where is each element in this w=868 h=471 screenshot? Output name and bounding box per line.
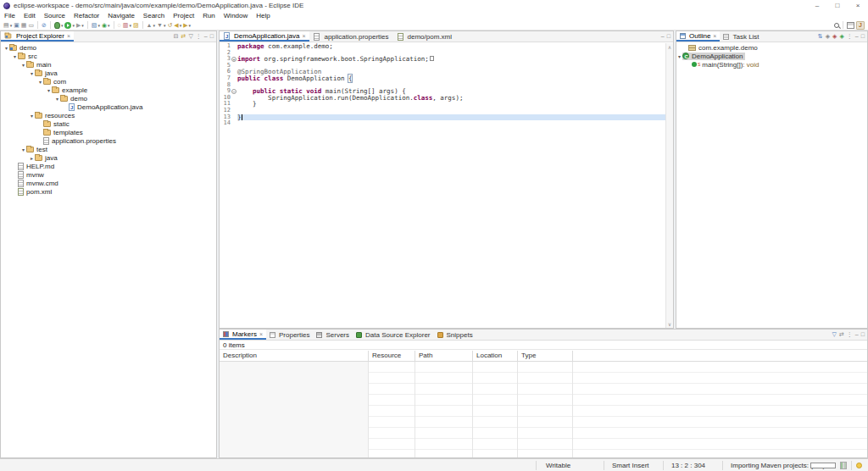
next-annotation-button[interactable]: ▼▾: [156, 20, 166, 30]
collapse-all-icon[interactable]: ⊟: [174, 31, 179, 42]
code-line-10[interactable]: 10 SpringApplication.run(DemoApplication…: [220, 95, 673, 102]
tree-item-main[interactable]: ▾main: [1, 60, 216, 69]
editor-tab-pom-xml[interactable]: demo/pom.xml: [393, 31, 456, 42]
tree-item-mvnw[interactable]: mvnw: [1, 170, 216, 179]
column-header-type[interactable]: Type: [518, 351, 573, 361]
back-button[interactable]: ◀▾: [173, 20, 182, 30]
chevron-down-icon[interactable]: ▾: [20, 147, 26, 152]
close-icon[interactable]: ×: [713, 33, 716, 39]
coverage-button[interactable]: ▥▾: [122, 20, 132, 30]
hide-fields-icon[interactable]: ◈: [826, 31, 830, 42]
hide-non-public-icon[interactable]: ◈: [839, 31, 843, 42]
tab-data-source-explorer[interactable]: Data Source Explorer: [353, 330, 433, 340]
close-button[interactable]: ×: [848, 0, 868, 11]
link-with-editor-icon[interactable]: ⇄: [181, 31, 186, 42]
save-all-button[interactable]: ▦: [20, 20, 28, 30]
fold-expand-icon[interactable]: +: [231, 57, 236, 62]
minimize-view-icon[interactable]: –: [855, 31, 859, 42]
chevron-down-icon[interactable]: ▾: [3, 45, 9, 51]
column-header-location[interactable]: Location: [473, 351, 518, 361]
tree-item-demo[interactable]: ▾demo: [1, 43, 216, 52]
run-external-tools-button[interactable]: ▶▾: [75, 20, 85, 30]
link-with-editor-icon[interactable]: ⇄: [839, 330, 844, 340]
notification-icon[interactable]: [856, 463, 862, 468]
tab-markers[interactable]: Markers×: [220, 330, 266, 340]
tree-item-test[interactable]: ▾test: [1, 145, 216, 153]
new-java-class-button[interactable]: ◉▾: [101, 20, 111, 30]
scroll-up-icon[interactable]: ∧: [666, 44, 673, 50]
chevron-down-icon[interactable]: ▾: [12, 53, 18, 59]
chevron-down-icon[interactable]: ▾: [29, 70, 35, 76]
outline-item-class[interactable]: ▾ DemoApplication: [676, 52, 867, 60]
view-menu-icon[interactable]: ⋮: [847, 31, 853, 42]
tab-servers[interactable]: Servers: [313, 330, 353, 340]
scroll-down-icon[interactable]: ∨: [666, 321, 673, 327]
chevron-right-icon[interactable]: ▸: [29, 155, 35, 161]
status-progress-bar[interactable]: [810, 463, 836, 468]
tree-item-example[interactable]: ▾example: [1, 86, 216, 94]
save-button[interactable]: ▣: [13, 20, 20, 30]
menu-project[interactable]: Project: [169, 11, 198, 20]
editor-scrollbar[interactable]: ∧ ∨: [665, 43, 673, 328]
fold-collapse-icon[interactable]: −: [231, 89, 236, 94]
last-edit-location-button[interactable]: ↺: [166, 20, 173, 30]
chevron-down-icon[interactable]: ▾: [37, 79, 43, 85]
folded-region-icon[interactable]: [430, 56, 434, 61]
maximize-editor-icon[interactable]: □: [667, 31, 670, 42]
code-line-12[interactable]: 12: [220, 108, 673, 114]
filter-icon[interactable]: ▽: [188, 31, 192, 42]
menu-edit[interactable]: Edit: [19, 11, 40, 20]
filter-icon[interactable]: ▽: [832, 330, 837, 340]
code-line-3[interactable]: 3+import org.springframework.boot.Spring…: [220, 56, 673, 63]
minimize-button[interactable]: –: [807, 0, 827, 11]
column-header-path[interactable]: Path: [415, 351, 473, 361]
tree-item-mvnw-cmd[interactable]: mvnw.cmd: [1, 179, 216, 187]
maximize-view-icon[interactable]: □: [210, 31, 214, 42]
outline-item-package[interactable]: com.example.demo: [676, 43, 867, 52]
tree-item-demoapplication-java[interactable]: DemoApplication.java: [1, 103, 216, 111]
tab-outline[interactable]: Outline ×: [676, 31, 720, 42]
menu-run[interactable]: Run: [198, 11, 220, 20]
minimize-view-icon[interactable]: –: [855, 330, 859, 340]
column-header-resource[interactable]: Resource: [369, 351, 415, 361]
menu-source[interactable]: Source: [40, 11, 70, 20]
code-line-11[interactable]: 11 }: [220, 101, 673, 108]
open-perspective-button[interactable]: [846, 20, 855, 30]
close-icon[interactable]: ×: [67, 33, 70, 39]
tree-item-application-properties[interactable]: application.properties: [1, 136, 216, 145]
run-button[interactable]: ▾: [64, 20, 75, 30]
code-line-1[interactable]: 1package com.example.demo;: [220, 43, 673, 50]
tree-item-resources[interactable]: ▾resources: [1, 111, 216, 119]
code-line-13[interactable]: 13}: [220, 114, 673, 121]
tree-item-src[interactable]: ▾src: [1, 52, 216, 60]
tab-project-explorer[interactable]: Project Explorer ×: [1, 31, 74, 42]
chevron-down-icon[interactable]: ▾: [676, 53, 682, 59]
editor-tab-demoapplication[interactable]: DemoApplication.java ×: [220, 31, 309, 42]
menu-window[interactable]: Window: [220, 11, 252, 20]
tab-task-list[interactable]: Task List: [720, 31, 762, 42]
outline-item-method[interactable]: S main(String[]) : void: [676, 60, 867, 69]
code-line-14[interactable]: 14: [220, 120, 673, 127]
maximize-view-icon[interactable]: □: [861, 31, 865, 42]
minimize-view-icon[interactable]: –: [204, 31, 208, 42]
view-menu-icon[interactable]: ⋮: [847, 330, 853, 340]
sort-icon[interactable]: ⇅: [818, 31, 823, 42]
java-perspective-button[interactable]: [855, 20, 865, 30]
menu-refactor[interactable]: Refactor: [70, 11, 103, 20]
maximize-view-icon[interactable]: □: [861, 330, 865, 340]
mark-occurrences-button[interactable]: ▨: [132, 20, 140, 30]
code-line-7[interactable]: 7public class DemoApplication {: [220, 75, 673, 82]
tree-item-java[interactable]: ▾java: [1, 69, 216, 77]
tree-item-java[interactable]: ▸java: [1, 153, 216, 162]
chevron-down-icon[interactable]: ▾: [54, 96, 60, 102]
search-button[interactable]: [833, 20, 840, 30]
view-menu-icon[interactable]: ⋮: [196, 31, 202, 42]
previous-annotation-button[interactable]: ▲▾: [146, 20, 156, 30]
editor-tab-application-properties[interactable]: application.properties: [309, 31, 392, 42]
chevron-down-icon[interactable]: ▾: [20, 62, 26, 68]
tree-item-pom-xml[interactable]: pom.xml: [1, 187, 216, 196]
chevron-down-icon[interactable]: ▾: [46, 87, 52, 93]
tree-item-help-md[interactable]: HELP.md: [1, 162, 216, 170]
progress-view-icon[interactable]: [840, 462, 847, 469]
tab-snippets[interactable]: Snippets: [434, 330, 476, 340]
